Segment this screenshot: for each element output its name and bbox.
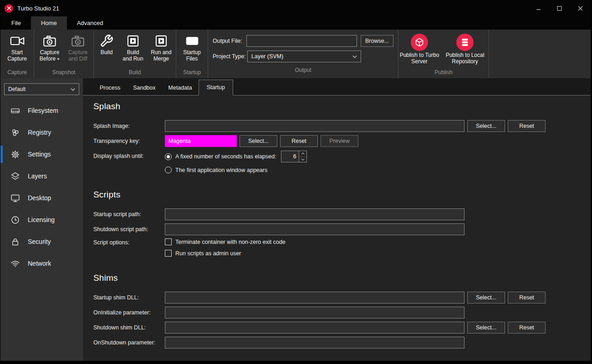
- build-button[interactable]: Build: [95, 33, 118, 56]
- shutdown-shim-input[interactable]: [165, 322, 464, 334]
- titlebar: Turbo Studio 21: [0, 0, 591, 16]
- capture-and-diff-button[interactable]: Capture and Diff: [65, 33, 91, 62]
- dropdown-caret-icon: [57, 58, 60, 60]
- content-panel: Process Sandbox Metadata Startup Splash …: [83, 78, 591, 361]
- build-and-run-button[interactable]: Build and Run: [121, 33, 145, 62]
- project-type-select[interactable]: Layer (SVM): [247, 51, 361, 62]
- oninitialize-input[interactable]: [165, 307, 464, 318]
- ribbon-button-label: Startup Files: [181, 49, 204, 62]
- sidebar-item-label: Network: [28, 260, 51, 267]
- onshutdown-input[interactable]: [165, 337, 464, 349]
- radio-first-window[interactable]: [165, 167, 172, 173]
- startup-shim-reset-button[interactable]: Reset: [508, 292, 546, 303]
- sidebar-item-network[interactable]: Network: [0, 253, 83, 274]
- ribbon-group-output: Output File: Browse... Project Type: Lay…: [208, 30, 398, 78]
- stepper-up-button[interactable]: [299, 151, 306, 157]
- wifi-icon: [10, 258, 20, 268]
- radio-first-window-label: The first application window appears: [175, 167, 267, 173]
- shutdown-shim-reset-button[interactable]: Reset: [508, 322, 546, 334]
- layers-icon: [10, 171, 20, 181]
- sidebar-item-label: Layers: [28, 172, 47, 180]
- ribbon-group-label: Snapshot: [34, 68, 93, 78]
- camera-icon: [43, 33, 56, 49]
- close-button[interactable]: [570, 0, 591, 16]
- tab-startup[interactable]: Startup: [199, 80, 233, 96]
- sidebar: Default Filesystem Registry Setting: [0, 78, 83, 361]
- browse-button[interactable]: Browse...: [361, 35, 393, 47]
- registry-icon: [10, 127, 20, 137]
- transparency-key-label: Transparency key:: [93, 138, 165, 144]
- startup-files-button[interactable]: Startup Files: [180, 33, 204, 62]
- menu-tab-file[interactable]: File: [1, 16, 31, 30]
- preview-button[interactable]: Preview: [321, 135, 358, 147]
- checkbox-terminate-label: Terminate container with non-zero exit c…: [175, 239, 286, 245]
- sidebar-item-security[interactable]: Security: [0, 231, 83, 253]
- chevron-down-icon: [71, 88, 75, 91]
- oninitialize-label: OnInitialize parameter:: [93, 309, 165, 316]
- startup-script-label: Startup script path:: [93, 211, 165, 217]
- startup-shim-label: Startup shim DLL:: [93, 294, 165, 301]
- sidebar-item-label: Settings: [28, 151, 51, 158]
- tab-metadata[interactable]: Metadata: [162, 81, 199, 95]
- ribbon-group-publish: Publish to Turbo Server Publish to Local…: [398, 30, 489, 78]
- start-capture-button[interactable]: Start Capture: [4, 33, 31, 62]
- output-file-input[interactable]: [246, 35, 357, 47]
- gear-icon: [10, 149, 20, 159]
- publish-local-repository-button[interactable]: Publish to Local Repository: [442, 33, 488, 65]
- menu-tab-home[interactable]: Home: [31, 16, 67, 30]
- sidebar-item-licensing[interactable]: Licensing: [0, 209, 83, 231]
- startup-shim-select-button[interactable]: Select...: [467, 292, 505, 303]
- splash-image-reset-button[interactable]: Reset: [508, 120, 546, 132]
- radio-fixed-seconds[interactable]: [165, 153, 172, 160]
- splash-image-input[interactable]: [165, 120, 464, 132]
- sidebar-item-label: Licensing: [28, 216, 55, 223]
- tab-process[interactable]: Process: [93, 81, 127, 95]
- box-icon: [411, 33, 428, 52]
- ribbon-group-label: Capture: [0, 68, 34, 78]
- shutdown-script-input[interactable]: [165, 223, 464, 235]
- run-and-merge-button[interactable]: Run and Merge: [148, 33, 174, 62]
- sidebar-item-desktop[interactable]: Desktop: [0, 187, 83, 209]
- stepper-down-button[interactable]: [299, 157, 306, 162]
- app-window: Turbo Studio 21 File Home Advanced: [0, 0, 592, 364]
- shutdown-shim-select-button[interactable]: Select...: [467, 322, 505, 334]
- menu-tab-advanced[interactable]: Advanced: [67, 16, 113, 30]
- transparency-select-button[interactable]: Select...: [240, 135, 277, 147]
- file-icon: [185, 33, 199, 49]
- play-box-icon: [127, 33, 139, 49]
- checkbox-terminate-container[interactable]: [165, 238, 172, 245]
- transparency-reset-button[interactable]: Reset: [280, 135, 318, 147]
- project-type-label: Project Type:: [213, 53, 247, 60]
- checkbox-run-admin[interactable]: [165, 250, 172, 257]
- app-logo-icon: [5, 4, 13, 13]
- ribbon-button-label: Build: [101, 49, 113, 56]
- ribbon-group-label: Output: [208, 66, 398, 76]
- splash-image-select-button[interactable]: Select...: [467, 120, 505, 132]
- wrench-icon: [100, 33, 113, 49]
- ribbon-group-capture: Start Capture Capture: [0, 30, 34, 78]
- display-splash-label: Display splash until:: [93, 151, 165, 159]
- seconds-input[interactable]: [281, 151, 299, 162]
- sidebar-item-registry[interactable]: Registry: [0, 121, 83, 143]
- tab-sandbox[interactable]: Sandbox: [127, 81, 162, 95]
- ribbon-button-label: Start Capture: [4, 49, 31, 62]
- sidebar-item-layers[interactable]: Layers: [0, 165, 83, 187]
- startup-shim-input[interactable]: [165, 292, 464, 303]
- capture-before-button[interactable]: Capture Before: [37, 33, 62, 62]
- video-camera-icon: [10, 33, 25, 49]
- clock-icon: [10, 215, 20, 225]
- window-title: Turbo Studio 21: [17, 5, 528, 12]
- publish-turbo-server-button[interactable]: Publish to Turbo Server: [399, 33, 439, 65]
- splash-image-label: Splash Image:: [93, 123, 165, 129]
- sidebar-item-filesystem[interactable]: Filesystem: [0, 100, 83, 121]
- shims-heading: Shims: [93, 273, 591, 283]
- sidebar-item-settings[interactable]: Settings: [0, 143, 83, 165]
- maximize-button[interactable]: [549, 0, 570, 16]
- chevron-down-icon: [352, 55, 357, 58]
- profile-selector[interactable]: Default: [4, 83, 79, 95]
- minimize-button[interactable]: [528, 0, 549, 16]
- splash-heading: Splash: [93, 101, 591, 111]
- ribbon-button-label: Capture and Diff: [65, 49, 91, 62]
- sidebar-item-label: Registry: [28, 129, 51, 136]
- startup-script-input[interactable]: [165, 208, 464, 220]
